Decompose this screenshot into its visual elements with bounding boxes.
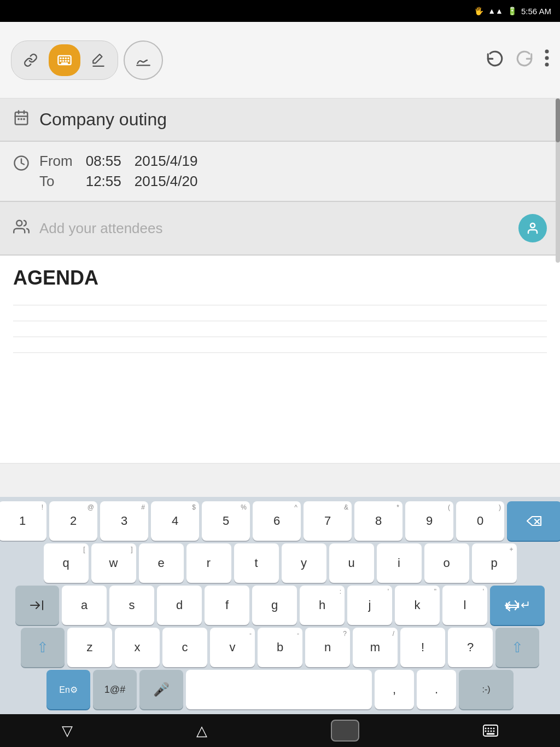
undo-button[interactable] bbox=[486, 49, 504, 71]
key-x[interactable]: x bbox=[115, 628, 160, 667]
keyboard-row-zxcv: ⇧ z x c v- b- n? m/ ! ? ⇧ bbox=[2, 628, 558, 667]
input-mode-group bbox=[11, 40, 118, 80]
key-d[interactable]: d bbox=[157, 586, 202, 625]
key-6[interactable]: 6^ bbox=[253, 501, 301, 541]
key-m[interactable]: m/ bbox=[353, 628, 398, 667]
key-language[interactable]: En⚙ bbox=[46, 670, 90, 709]
key-enter[interactable]: ↵ bbox=[490, 586, 545, 625]
key-space[interactable] bbox=[186, 670, 372, 709]
toolbar-right bbox=[486, 49, 549, 71]
key-microphone[interactable]: 🎤 bbox=[139, 670, 183, 709]
key-s[interactable]: s bbox=[109, 586, 154, 625]
status-bar: 🖐 ▲▲ 🔋 5:56 AM bbox=[0, 0, 560, 22]
key-r[interactable]: r bbox=[186, 543, 231, 583]
agenda-title: AGENDA bbox=[13, 267, 547, 289]
recent-apps-icon bbox=[331, 720, 359, 742]
agenda-area[interactable]: AGENDA bbox=[0, 256, 560, 464]
key-shift-left[interactable]: ⇧ bbox=[21, 628, 65, 667]
key-4[interactable]: 4$ bbox=[151, 501, 199, 541]
svg-point-25 bbox=[530, 223, 535, 228]
key-comma[interactable]: , bbox=[375, 670, 414, 709]
key-exclaim[interactable]: ! bbox=[400, 628, 445, 667]
key-t[interactable]: t bbox=[234, 543, 279, 583]
key-w[interactable]: w] bbox=[91, 543, 136, 583]
key-symbols[interactable]: 1@# bbox=[93, 670, 137, 709]
from-label: From bbox=[39, 153, 73, 170]
from-date: 2015/4/19 bbox=[135, 153, 198, 170]
svg-point-15 bbox=[545, 63, 549, 67]
redo-button[interactable] bbox=[515, 49, 534, 71]
nav-home-button[interactable]: △ bbox=[196, 722, 207, 739]
key-1[interactable]: 1! bbox=[0, 501, 46, 541]
svg-point-24 bbox=[16, 220, 22, 225]
key-shift-right[interactable]: ⇧ bbox=[495, 628, 539, 667]
key-l[interactable]: l' bbox=[442, 586, 487, 625]
keyboard: 1! 2@ 3# 4$ 5% 6^ 7& 8* 9( 0) q[ w] e r … bbox=[0, 497, 560, 714]
datetime-row[interactable]: From 08:55 2015/4/19 To 12:55 2015/4/20 bbox=[0, 142, 560, 201]
key-7[interactable]: 7& bbox=[304, 501, 352, 541]
key-b[interactable]: b- bbox=[258, 628, 302, 667]
scrollbar-thumb[interactable] bbox=[556, 99, 560, 142]
handwriting-button[interactable] bbox=[124, 40, 163, 80]
keyboard-row-bottom: En⚙ 1@# 🎤 , . :-) bbox=[2, 670, 558, 709]
key-5[interactable]: 5% bbox=[202, 501, 250, 541]
keyboard-row-qwerty: q[ w] e r t y u i o p+ bbox=[2, 543, 558, 583]
key-question[interactable]: ? bbox=[448, 628, 493, 667]
nav-bar: ▽ △ bbox=[0, 714, 560, 747]
event-title: Company outing bbox=[39, 109, 167, 130]
key-tab[interactable] bbox=[15, 586, 59, 625]
key-0[interactable]: 0) bbox=[456, 501, 504, 541]
key-emoji[interactable]: :-) bbox=[459, 670, 514, 709]
agenda-line-2 bbox=[13, 321, 547, 321]
key-period[interactable]: . bbox=[417, 670, 456, 709]
key-q[interactable]: q[ bbox=[44, 543, 89, 583]
key-backspace[interactable] bbox=[507, 501, 560, 541]
more-options-button[interactable] bbox=[545, 49, 549, 71]
key-o[interactable]: o bbox=[424, 543, 469, 583]
key-2[interactable]: 2@ bbox=[49, 501, 97, 541]
event-title-row[interactable]: Company outing bbox=[0, 99, 560, 141]
battery-icon: 🔋 bbox=[508, 7, 517, 15]
key-9[interactable]: 9( bbox=[405, 501, 453, 541]
scrollbar[interactable] bbox=[556, 99, 560, 263]
key-z[interactable]: z bbox=[67, 628, 112, 667]
to-date: 2015/4/20 bbox=[135, 173, 198, 190]
agenda-line-3 bbox=[13, 337, 547, 337]
key-y[interactable]: y bbox=[282, 543, 326, 583]
key-u[interactable]: u bbox=[329, 543, 374, 583]
hand-icon: 🖐 bbox=[474, 7, 483, 15]
key-g[interactable]: g bbox=[252, 586, 297, 625]
key-n[interactable]: n? bbox=[305, 628, 350, 667]
nav-recent-button[interactable] bbox=[331, 720, 359, 742]
nav-back-button[interactable]: ▽ bbox=[62, 722, 73, 739]
keyboard-button[interactable] bbox=[49, 44, 80, 76]
svg-marker-10 bbox=[93, 54, 102, 63]
status-time: 5:56 AM bbox=[521, 7, 551, 16]
key-c[interactable]: c bbox=[162, 628, 207, 667]
nav-keyboard-button[interactable] bbox=[483, 725, 498, 737]
key-v[interactable]: v- bbox=[210, 628, 255, 667]
attendees-placeholder: Add your attendees bbox=[39, 220, 509, 237]
attendees-row[interactable]: Add your attendees bbox=[0, 202, 560, 255]
calendar-icon bbox=[13, 109, 30, 130]
pen-button[interactable] bbox=[83, 44, 114, 76]
attendees-icon bbox=[13, 218, 30, 239]
key-3[interactable]: 3# bbox=[100, 501, 148, 541]
to-time: 12:55 bbox=[86, 173, 121, 190]
agenda-line-1 bbox=[13, 305, 547, 305]
clock-icon bbox=[13, 155, 30, 175]
key-8[interactable]: 8* bbox=[354, 501, 402, 541]
key-j[interactable]: j' bbox=[347, 586, 392, 625]
to-label: To bbox=[39, 173, 73, 190]
key-f[interactable]: f bbox=[205, 586, 249, 625]
key-p[interactable]: p+ bbox=[472, 543, 517, 583]
link-button[interactable] bbox=[15, 44, 46, 76]
key-e[interactable]: e bbox=[139, 543, 184, 583]
svg-point-13 bbox=[545, 50, 549, 54]
key-i[interactable]: i bbox=[377, 543, 422, 583]
key-k[interactable]: k" bbox=[395, 586, 440, 625]
key-h[interactable]: h: bbox=[300, 586, 345, 625]
add-attendee-button[interactable] bbox=[518, 214, 547, 242]
key-a[interactable]: a bbox=[62, 586, 107, 625]
keyboard-row-asdf: a s d f g h: j' k" l' ↵ bbox=[2, 586, 558, 625]
